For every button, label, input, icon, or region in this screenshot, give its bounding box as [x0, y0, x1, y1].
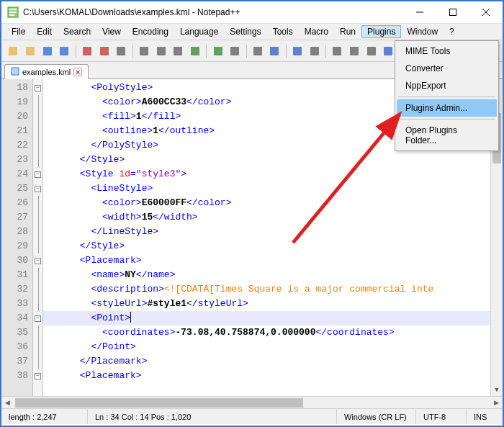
replace-icon[interactable]: [250, 43, 265, 59]
status-encoding: UTF-8: [416, 409, 467, 424]
menu-file[interactable]: File: [6, 25, 31, 38]
redo-icon[interactable]: [210, 43, 225, 59]
status-position: Ln : 34 Col : 14 Pos : 1,020: [88, 409, 337, 424]
svg-rect-15: [140, 47, 148, 55]
close-all-icon[interactable]: [96, 43, 112, 59]
svg-rect-2: [9, 12, 17, 13]
new-icon[interactable]: [6, 43, 21, 59]
statusbar: length : 2,247 Ln : 34 Col : 14 Pos : 1,…: [1, 408, 503, 424]
svg-rect-25: [333, 47, 341, 55]
undo-icon[interactable]: [188, 43, 203, 59]
svg-rect-19: [214, 47, 222, 55]
zoom-in-icon[interactable]: [267, 43, 282, 59]
maximize-button[interactable]: [436, 1, 469, 23]
menu-edit[interactable]: Edit: [31, 25, 58, 38]
menu-run[interactable]: Run: [334, 25, 361, 38]
menu-view[interactable]: View: [96, 25, 127, 38]
scroll-right-icon[interactable]: ▶: [490, 397, 503, 408]
svg-rect-12: [83, 47, 91, 55]
menu-macro[interactable]: Macro: [299, 25, 334, 38]
dropdown-item-converter[interactable]: Converter: [397, 60, 497, 77]
svg-rect-20: [230, 47, 239, 55]
print-icon[interactable]: [114, 43, 129, 59]
svg-rect-5: [450, 9, 456, 16]
fold-toggle[interactable]: −: [35, 186, 41, 192]
menu-search[interactable]: Search: [58, 25, 96, 38]
paste-icon[interactable]: [171, 43, 186, 59]
find-icon[interactable]: [228, 43, 243, 59]
close-button[interactable]: [469, 1, 503, 23]
tab-label: examples.kml: [22, 68, 71, 76]
svg-rect-1: [9, 9, 17, 10]
scroll-down-icon[interactable]: ▼: [491, 384, 503, 396]
fold-column[interactable]: −−−−−−: [33, 79, 43, 396]
copy-icon[interactable]: [153, 43, 168, 59]
fold-toggle[interactable]: −: [35, 315, 41, 322]
file-tab[interactable]: examples.kml ×: [4, 64, 89, 79]
window-title: C:\Users\KOMAL\Downloads\examples.kml - …: [23, 7, 403, 17]
fold-toggle[interactable]: −: [35, 258, 41, 264]
menu-window[interactable]: Window: [401, 25, 444, 38]
svg-rect-3: [9, 14, 14, 16]
open-icon[interactable]: [23, 43, 38, 59]
menu-plugins[interactable]: Plugins: [361, 25, 401, 38]
svg-rect-22: [270, 47, 279, 55]
save-icon[interactable]: [40, 43, 55, 59]
app-icon: [7, 6, 19, 18]
svg-rect-10: [43, 47, 52, 55]
svg-rect-16: [157, 47, 166, 55]
svg-rect-28: [384, 47, 392, 55]
show-chars-icon[interactable]: [347, 43, 362, 59]
scroll-left-icon[interactable]: ◀: [1, 397, 14, 408]
zoom-out-icon[interactable]: [290, 43, 305, 59]
svg-rect-11: [60, 47, 68, 55]
menubar: FileEditSearchViewEncodingLanguageSettin…: [1, 23, 503, 40]
svg-rect-24: [310, 47, 319, 55]
menu-settings[interactable]: Settings: [224, 25, 266, 38]
titlebar: C:\Users\KOMAL\Downloads\examples.kml - …: [1, 1, 503, 23]
dropdown-item-mime-tools[interactable]: MIME Tools: [397, 42, 497, 60]
menu-language[interactable]: Language: [174, 25, 224, 38]
dropdown-item-nppexport[interactable]: NppExport: [397, 77, 497, 94]
svg-rect-8: [9, 47, 17, 55]
svg-rect-17: [174, 47, 182, 55]
svg-rect-21: [253, 47, 262, 55]
close-icon[interactable]: [80, 43, 95, 59]
indent-guide-icon[interactable]: [364, 43, 379, 59]
fold-toggle[interactable]: −: [35, 171, 41, 178]
status-eol: Windows (CR LF): [337, 409, 416, 424]
cut-icon[interactable]: [137, 43, 152, 59]
fold-toggle[interactable]: −: [35, 373, 41, 379]
svg-rect-13: [100, 47, 109, 55]
svg-rect-26: [350, 47, 359, 55]
tab-close-icon[interactable]: ×: [73, 68, 82, 76]
line-number-gutter: 1819202122232425262728293031323334353637…: [1, 79, 33, 396]
minimize-button[interactable]: [403, 1, 436, 23]
wrap-icon[interactable]: [330, 43, 345, 59]
svg-rect-18: [191, 47, 199, 55]
file-icon: [11, 67, 19, 77]
svg-rect-14: [117, 47, 125, 55]
menu-tools[interactable]: Tools: [267, 25, 299, 38]
doc-map-icon[interactable]: [381, 43, 396, 59]
plugins-dropdown: MIME ToolsConverterNppExportPlugins Admi…: [395, 40, 499, 151]
svg-rect-23: [293, 47, 302, 55]
svg-rect-34: [12, 68, 19, 75]
menu-help[interactable]: ?: [444, 25, 460, 38]
menu-encoding[interactable]: Encoding: [127, 25, 174, 38]
dropdown-item-plugins-admin[interactable]: Plugins Admin...: [397, 99, 497, 117]
fold-toggle[interactable]: −: [35, 85, 41, 91]
horizontal-scrollbar[interactable]: ◀ ▶: [1, 396, 503, 408]
svg-rect-27: [367, 47, 376, 55]
svg-rect-9: [26, 47, 35, 55]
hscroll-thumb[interactable]: [15, 398, 303, 408]
dropdown-item-open-plugins-folder[interactable]: Open Plugins Folder...: [397, 122, 497, 149]
sync-icon[interactable]: [307, 43, 322, 59]
save-all-icon[interactable]: [57, 43, 72, 59]
status-mode: INS: [467, 409, 503, 424]
status-length: length : 2,247: [1, 409, 88, 424]
